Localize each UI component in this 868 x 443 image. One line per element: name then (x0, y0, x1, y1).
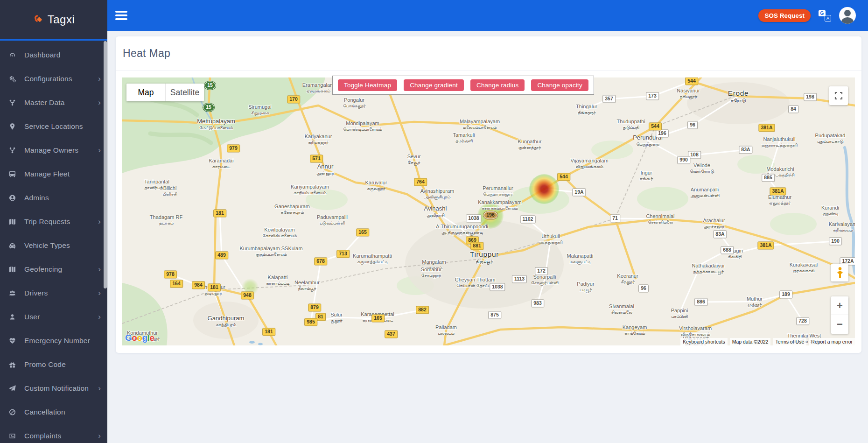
terms-of-use[interactable]: Terms of Use (773, 338, 806, 345)
map-type-map-button[interactable]: Map (126, 84, 165, 101)
toggle-heatmap-button[interactable]: Toggle Heatmap (338, 79, 397, 91)
emergency-number-icon (8, 337, 18, 345)
sidebar-item-trip-requests[interactable]: Trip Requests› (0, 210, 107, 233)
user-avatar[interactable] (839, 7, 856, 24)
sidebar-item-label: Trip Requests (24, 218, 70, 226)
pegman-icon (836, 267, 844, 279)
configurations-icon (8, 75, 18, 83)
sidebar-item-label: Admins (24, 194, 49, 202)
manage-owners-icon (8, 147, 18, 154)
zoom-control: + − (831, 296, 848, 334)
sidebar-item-promo-code[interactable]: Promo Code (0, 352, 107, 376)
chevron-right-icon: › (98, 146, 101, 154)
map-attribution: Keyboard shortcutsMap data ©2022Terms of… (678, 338, 855, 345)
google-logo-letter: o (132, 333, 137, 343)
custom-notification-icon (8, 385, 18, 392)
chevron-right-icon: › (98, 432, 101, 440)
google-logo-letter: g (142, 333, 147, 343)
map-type-satellite-button[interactable]: Satellite (165, 84, 204, 101)
chevron-right-icon: › (98, 265, 101, 273)
sidebar-item-manage-owners[interactable]: Manage Owners› (0, 138, 107, 162)
sidebar-item-label: Configurations (24, 75, 72, 83)
sidebar-item-admins[interactable]: Admins (0, 186, 107, 210)
sidebar-item-geofencing[interactable]: Geofencing› (0, 257, 107, 281)
sidebar-item-drivers[interactable]: Drivers› (0, 281, 107, 305)
sidebar-item-configurations[interactable]: Configurations› (0, 67, 107, 91)
dashboard-icon (8, 51, 18, 59)
sidebar-item-label: Custom Notification (24, 384, 89, 393)
chevron-right-icon: › (98, 218, 101, 225)
map-type-control: Map Satellite (126, 84, 204, 101)
avatar-head-icon (844, 10, 851, 16)
heatmap-card: Heat Map (116, 36, 861, 353)
sidebar-item-label: Master Data (24, 98, 65, 107)
user-icon (8, 313, 18, 321)
change-gradient-button[interactable]: Change gradient (404, 79, 464, 91)
sidebar-scrollbar[interactable] (104, 41, 107, 288)
map-canvas[interactable]: Eramangalamஏறாமங்கலம்Pongalurபொங்கலூர்Si… (122, 77, 855, 345)
map-data-2022: Map data ©2022 (730, 338, 771, 345)
fullscreen-icon (834, 91, 843, 100)
translate-icon[interactable]: G A (819, 9, 831, 22)
sidebar-item-master-data[interactable]: Master Data› (0, 91, 107, 114)
page-title: Heat Map (123, 47, 170, 60)
avatar-body-icon (841, 17, 854, 24)
complaints-icon (8, 432, 18, 440)
sidebar-nav: DashboardConfigurations›Master Data›Serv… (0, 41, 107, 443)
top-navbar: SOS Request G A (0, 0, 868, 31)
chevron-right-icon: › (98, 384, 101, 392)
pegman-street-view[interactable] (831, 264, 848, 281)
zoom-out-button[interactable]: − (831, 315, 848, 333)
sidebar-item-label: Promo Code (24, 360, 66, 369)
chevron-right-icon: › (98, 313, 101, 321)
sidebar-item-cancellation[interactable]: Cancellation (0, 400, 107, 424)
chevron-right-icon: › (98, 98, 101, 106)
hamburger-menu-icon[interactable] (115, 11, 127, 20)
sos-request-button[interactable]: SOS Request (758, 9, 811, 22)
promo-code-icon (8, 361, 18, 368)
sidebar-item-label: Cancellation (24, 408, 65, 416)
manage-fleet-icon (8, 170, 18, 178)
fullscreen-button[interactable] (829, 86, 848, 105)
drivers-icon (8, 289, 18, 297)
master-data-icon (8, 99, 18, 106)
keyboard-shortcuts[interactable]: Keyboard shortcuts (680, 338, 727, 345)
geofencing-icon (8, 266, 18, 273)
google-logo-letter: e (149, 333, 154, 343)
zoom-in-button[interactable]: + (831, 296, 848, 315)
sidebar-item-label: User (24, 313, 40, 321)
sidebar-item-service-locations[interactable]: Service Locations (0, 114, 107, 138)
brand-logo[interactable]: Tagxi (0, 0, 107, 41)
sidebar-item-label: Dashboard (24, 51, 61, 59)
sidebar-item-label: Geofencing (24, 265, 62, 274)
topbar-actions: SOS Request G A (758, 0, 856, 31)
google-logo-letter: o (137, 333, 142, 343)
vehicle-types-icon (8, 242, 18, 249)
sidebar-item-user[interactable]: User› (0, 305, 107, 329)
sidebar-item-label: Service Locations (24, 122, 83, 131)
change-opacity-button[interactable]: Change opacity (531, 79, 588, 91)
trip-requests-icon (8, 218, 18, 225)
sidebar-item-label: Manage Owners (24, 146, 78, 155)
chevron-right-icon: › (98, 289, 101, 297)
report-a-map-error[interactable]: Report a map error (809, 338, 855, 345)
service-locations-icon (8, 123, 18, 130)
heat-map[interactable]: Eramangalamஏறாமங்கலம்Pongalurபொங்கலூர்Si… (122, 77, 855, 345)
cancellation-icon (8, 408, 18, 416)
sidebar-item-complaints[interactable]: Complaints› (0, 424, 107, 443)
change-radius-button[interactable]: Change radius (470, 79, 525, 91)
google-logo[interactable]: Google (125, 333, 154, 343)
sidebar-item-vehicle-types[interactable]: Vehicle Types (0, 233, 107, 257)
brand-name: Tagxi (48, 13, 75, 26)
sidebar-item-custom-notification[interactable]: Custom Notification› (0, 376, 107, 400)
sidebar-item-label: Manage Fleet (24, 170, 70, 178)
sidebar-item-manage-fleet[interactable]: Manage Fleet (0, 162, 107, 186)
app-root: SOS Request G A Tagxi DashboardConfigura… (0, 0, 868, 443)
sidebar-item-label: Complaints (24, 432, 62, 440)
sidebar-item-label: Emergency Number (24, 337, 90, 345)
chevron-right-icon: › (98, 75, 101, 83)
sidebar-item-dashboard[interactable]: Dashboard (0, 43, 107, 67)
sidebar-item-label: Vehicle Types (24, 241, 70, 250)
heatmap-toolbar: Toggle HeatmapChange gradientChange radi… (332, 76, 594, 95)
sidebar-item-emergency-number[interactable]: Emergency Number (0, 329, 107, 352)
